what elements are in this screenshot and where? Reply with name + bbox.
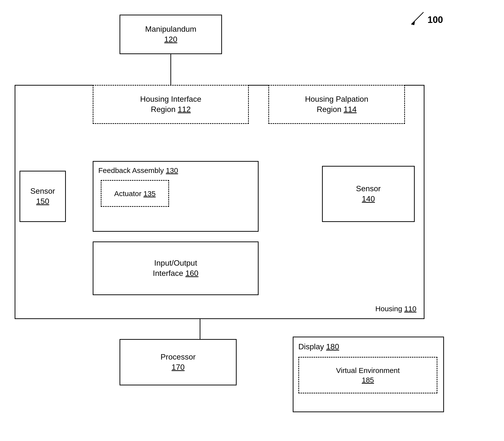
- virtual-env-box: Virtual Environment185: [298, 357, 437, 394]
- processor-label: Processor170: [160, 352, 196, 372]
- io-interface-label: Input/OutputInterface 160: [153, 258, 199, 278]
- housing-interface-box: Housing InterfaceRegion 112: [93, 85, 249, 124]
- housing-label: Housing 110: [376, 304, 416, 314]
- processor-box: Processor170: [120, 339, 237, 385]
- io-interface-box: Input/OutputInterface 160: [93, 241, 259, 295]
- display-box: Display 180 Virtual Environment185: [293, 337, 444, 412]
- sensor140-label: Sensor140: [356, 184, 380, 204]
- sensor150-box: Sensor150: [19, 171, 66, 222]
- manipulandum-label: Manipulandum: [145, 24, 196, 34]
- housing-palpation-box: Housing PalpationRegion 114: [268, 85, 405, 124]
- diagram: 100 Manipulandum 120 Housing 110 Housing…: [0, 0, 504, 441]
- feedback-assembly-label: Feedback Assembly 130: [98, 166, 178, 175]
- feedback-assembly-box: Feedback Assembly 130 Actuator 135: [93, 161, 259, 232]
- manipulandum-number: 120: [164, 34, 177, 45]
- svg-marker-16: [411, 21, 415, 25]
- figure-number: 100: [428, 15, 443, 25]
- display-label: Display 180: [298, 342, 339, 352]
- svg-line-15: [411, 12, 424, 24]
- manipulandum-box: Manipulandum 120: [120, 15, 222, 54]
- virtual-env-label: Virtual Environment185: [336, 366, 400, 385]
- actuator-box: Actuator 135: [101, 180, 169, 207]
- sensor140-box: Sensor140: [322, 166, 415, 222]
- actuator-label: Actuator 135: [114, 189, 156, 198]
- sensor150-label: Sensor150: [30, 186, 55, 206]
- figure-arrow: [406, 10, 426, 29]
- housing-palpation-label: Housing PalpationRegion 114: [305, 94, 368, 114]
- housing-interface-label: Housing InterfaceRegion 112: [140, 94, 202, 114]
